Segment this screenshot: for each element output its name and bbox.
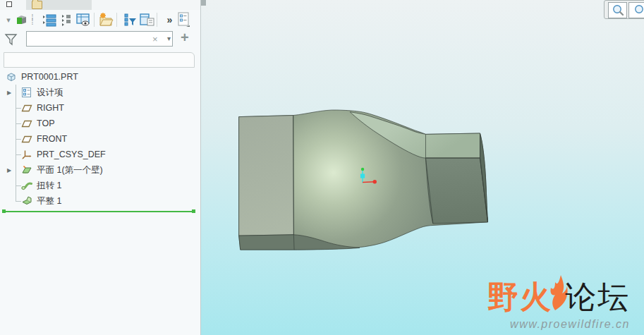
tree-connector <box>16 185 21 186</box>
filter-input[interactable] <box>26 31 173 47</box>
tree-connector <box>16 201 21 202</box>
tree-connector <box>16 108 21 109</box>
tree-row-twist[interactable]: 扭转 1 <box>0 178 219 193</box>
tree-item-label: 平面 1(第一个壁) <box>37 164 103 176</box>
model-right-face <box>425 158 487 224</box>
folder-gear-icon <box>98 13 114 27</box>
magnifier-icon <box>633 4 644 16</box>
datum-plane-icon <box>21 133 32 145</box>
model-left-face <box>239 116 294 236</box>
design-items-icon <box>21 87 32 98</box>
ribbon-edge-strip <box>0 0 200 10</box>
funnel-icon <box>4 32 18 47</box>
filter-dropdown-icon[interactable]: ▾ <box>167 35 171 42</box>
expand-arrow-icon[interactable]: ▶ <box>7 90 13 96</box>
application-window: 野火 论坛 www.proewildfire.cn <box>0 0 644 335</box>
chevrons-icon: » <box>167 14 172 25</box>
filter-results-panel <box>4 52 195 68</box>
model-faces <box>239 110 488 250</box>
tree-item-label: PRT_CSYS_DEF <box>37 150 106 159</box>
dots-icon: ⁞⁞ <box>31 16 33 24</box>
tree-item-label: 平整 1 <box>37 195 61 207</box>
panel-splitter[interactable] <box>200 0 201 335</box>
3d-model[interactable] <box>201 0 644 335</box>
twist-icon <box>21 180 32 191</box>
tree-item-label: PRT0001.PRT <box>21 72 78 82</box>
tree-row-right-plane[interactable]: RIGHT <box>0 100 219 116</box>
tree-columns-button[interactable] <box>75 11 92 28</box>
tree-list-button[interactable] <box>138 11 155 28</box>
tree-row-first-wall[interactable]: ▶ 平面 1(第一个壁) <box>0 162 219 178</box>
model-display-button[interactable] <box>13 11 30 28</box>
tree-row-design-items[interactable]: ▶ 设计项 <box>0 85 219 100</box>
collapse-all-button[interactable] <box>59 11 76 28</box>
table-eye-icon <box>75 13 91 27</box>
tree-connector <box>16 123 21 124</box>
first-wall-plane-icon <box>21 164 32 176</box>
zoom-out-button[interactable] <box>628 2 644 18</box>
quick-access-strip <box>26 0 92 10</box>
filter-columns-icon <box>123 13 137 27</box>
tree-connector <box>16 139 21 140</box>
csys-icon <box>21 149 32 160</box>
model-tree-panel: ▾ ⁞⁞ <box>0 0 200 335</box>
cube-icon <box>14 13 28 27</box>
tree-collapse-icon <box>61 13 75 27</box>
graphics-viewport[interactable]: 野火 论坛 www.proewildfire.cn <box>201 0 644 335</box>
tree-row-csys[interactable]: PRT_CSYS_DEF <box>0 147 219 162</box>
tree-row-top-plane[interactable]: TOP <box>0 116 219 131</box>
tree-item-label: TOP <box>37 118 54 128</box>
expand-arrow-icon[interactable]: ▶ <box>7 167 13 173</box>
document-icon <box>176 12 190 28</box>
tree-filter-row: × ▾ + <box>0 30 200 51</box>
tree-item-label: FRONT <box>37 134 67 144</box>
splitter-grip[interactable] <box>201 0 206 6</box>
window-grip-icon <box>6 1 12 7</box>
tree-connector <box>16 154 21 155</box>
tree-row-root[interactable]: PRT0001.PRT <box>0 69 203 85</box>
magnifier-icon <box>612 4 624 16</box>
tree-item-label: 扭转 1 <box>37 180 61 192</box>
table-list-icon <box>139 13 154 27</box>
tree-expand-icon <box>42 13 57 27</box>
toolbar-drag-handle[interactable]: ⁞⁞ <box>28 11 37 28</box>
add-filter-button[interactable]: + <box>181 30 189 46</box>
datum-plane-icon <box>21 118 32 129</box>
settings-document-button[interactable] <box>175 11 192 28</box>
flatten-icon <box>21 195 32 207</box>
tree-row-flatten[interactable]: 平整 1 <box>0 193 219 209</box>
tree-item-label: 设计项 <box>37 87 63 99</box>
datum-plane-icon <box>21 102 32 114</box>
part-cube-icon <box>6 71 17 83</box>
clear-filter-icon[interactable]: × <box>152 34 158 44</box>
folder-icon <box>32 1 42 9</box>
tree-item-label: RIGHT <box>37 103 64 113</box>
tree-filters-button[interactable] <box>121 11 138 28</box>
caret-down-icon: ▾ <box>6 16 11 25</box>
tree-toolbar: ▾ ⁞⁞ <box>0 10 200 30</box>
view-search-panel <box>604 0 644 19</box>
zoom-in-button[interactable] <box>608 2 627 18</box>
expand-all-button[interactable] <box>41 11 58 28</box>
tree-row-front-plane[interactable]: FRONT <box>0 131 219 147</box>
insertion-locator[interactable] <box>4 211 194 212</box>
open-settings-folder-button[interactable] <box>97 11 114 28</box>
